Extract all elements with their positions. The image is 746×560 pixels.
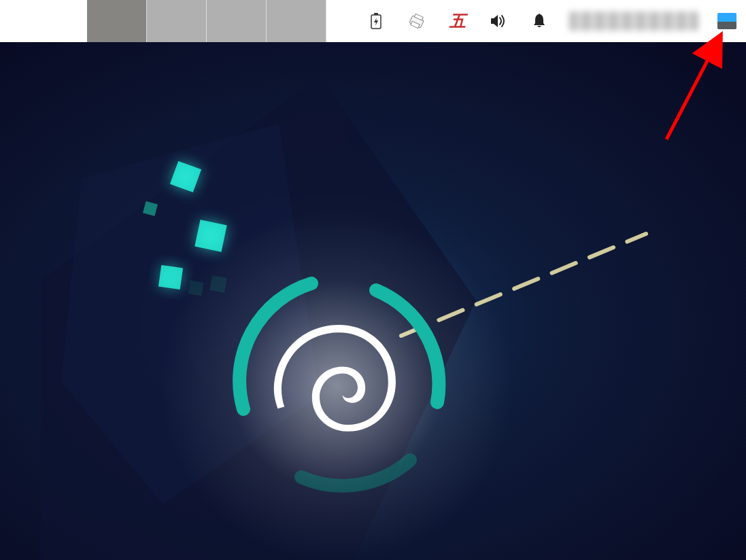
svg-rect-13 — [158, 265, 183, 290]
svg-point-18 — [160, 209, 513, 560]
show-desktop-button[interactable] — [717, 13, 736, 29]
workspace-1[interactable] — [87, 0, 147, 42]
svg-rect-1 — [374, 13, 378, 15]
printer-icon[interactable] — [406, 10, 428, 32]
workspace-3[interactable] — [207, 0, 267, 42]
top-panel: 五 — [0, 0, 746, 42]
ime-label: 五 — [450, 10, 466, 32]
panel-left-gap — [0, 0, 87, 42]
workspace-4[interactable] — [267, 0, 326, 42]
battery-icon[interactable] — [365, 10, 387, 32]
clock[interactable] — [569, 12, 698, 31]
wallpaper-debian — [0, 42, 746, 560]
bell-icon[interactable] — [528, 10, 550, 32]
volume-icon[interactable] — [488, 10, 509, 32]
workspace-2[interactable] — [147, 0, 207, 42]
clock-text — [569, 12, 698, 31]
svg-rect-11 — [194, 220, 226, 251]
workspace-switcher[interactable] — [87, 0, 326, 42]
system-tray: 五 — [365, 10, 746, 32]
ime-indicator[interactable]: 五 — [447, 10, 469, 32]
desktop[interactable] — [0, 42, 746, 560]
